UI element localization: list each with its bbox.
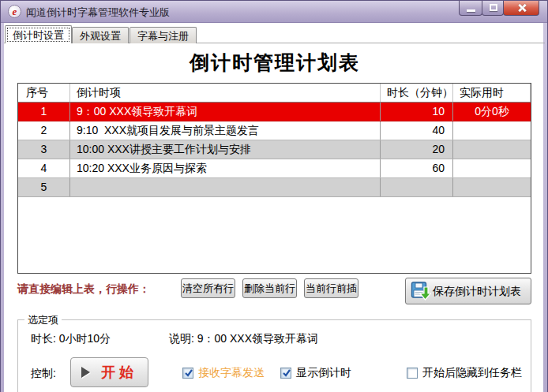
checkbox-unchecked-icon <box>407 368 418 379</box>
table-row[interactable]: 2 9:10 XXX就项目发展与前景主题发言 40 <box>18 121 531 140</box>
close-button[interactable] <box>503 1 539 16</box>
checkbox-label: 接收字幕发送 <box>198 366 265 380</box>
tab-label: 外观设置 <box>80 30 121 42</box>
save-button-label: 保存倒计时计划表 <box>433 278 521 304</box>
tab-label: 字幕与注册 <box>137 30 189 42</box>
checkbox-checked-icon <box>280 368 291 379</box>
minimize-button[interactable] <box>459 1 482 16</box>
cell-item[interactable]: 9：00 XXX领导致开幕词 <box>70 103 381 121</box>
close-icon <box>517 3 527 13</box>
table-row[interactable]: 3 10:00 XXX讲授主要工作计划与安排 20 <box>18 140 531 159</box>
cell-actual[interactable] <box>453 178 531 196</box>
maximize-icon <box>490 4 497 11</box>
window-title: 闻道倒计时字幕管理软件专业版 <box>26 6 170 20</box>
cell-actual[interactable]: 0分0秒 <box>453 103 531 121</box>
tab-strip: 倒计时设置 外观设置 字幕与注册 <box>4 25 545 43</box>
app-logo-icon: e <box>8 5 21 18</box>
selected-description-text: 说明: 9：00 XXX领导致开幕词 <box>169 332 318 346</box>
cell-actual[interactable] <box>453 140 531 159</box>
cell-item[interactable] <box>70 178 381 196</box>
cell-no[interactable]: 1 <box>18 103 70 121</box>
table-row[interactable]: 4 10:20 XXX业务原因与探索 60 <box>18 159 531 178</box>
groupbox-label: 选定项 <box>24 313 62 327</box>
insert-before-row-button[interactable]: 当前行前插 <box>304 278 358 298</box>
cell-no[interactable]: 5 <box>18 178 70 196</box>
checkbox-label: 开始后隐藏到任务栏 <box>422 366 522 380</box>
cell-duration[interactable]: 40 <box>381 121 453 140</box>
header-actual[interactable]: 实际用时 <box>453 84 531 102</box>
checkbox-checked-icon <box>182 368 193 379</box>
header-no[interactable]: 序号 <box>18 84 70 102</box>
table-row[interactable]: 5 <box>18 178 531 197</box>
tab-subtitle-register[interactable]: 字幕与注册 <box>129 27 197 43</box>
floppy-save-icon <box>411 281 431 301</box>
cell-item[interactable]: 9:10 XXX就项目发展与前景主题发言 <box>70 121 381 140</box>
checkbox-label: 显示倒计时 <box>296 366 351 380</box>
titlebar: e 闻道倒计时字幕管理软件专业版 <box>1 1 547 23</box>
app-window: e 闻道倒计时字幕管理软件专业版 倒计时设置 外观设置 字幕与注册 倒计时管理计… <box>0 0 548 392</box>
row-ops-label: 请直接编辑上表，行操作： <box>17 282 150 297</box>
checkbox-receive-subtitles[interactable]: 接收字幕发送 <box>182 366 265 380</box>
checkbox-hide-to-taskbar[interactable]: 开始后隐藏到任务栏 <box>407 366 522 380</box>
schedule-table: 序号 倒计时项 时长（分钟） 实际用时 1 9：00 XXX领导致开幕词 10 … <box>17 83 531 274</box>
cell-no[interactable]: 3 <box>18 140 70 159</box>
cell-no[interactable]: 4 <box>18 159 70 177</box>
maximize-button[interactable] <box>482 1 504 16</box>
cell-duration[interactable]: 20 <box>381 140 453 159</box>
tab-countdown-settings[interactable]: 倒计时设置 <box>5 25 72 43</box>
cell-duration[interactable] <box>381 178 453 196</box>
minimize-icon <box>467 9 475 12</box>
header-duration[interactable]: 时长（分钟） <box>381 84 453 102</box>
checkbox-show-countdown[interactable]: 显示倒计时 <box>280 366 351 380</box>
save-schedule-button[interactable]: 保存倒计时计划表 <box>405 278 531 304</box>
clear-all-rows-button[interactable]: 清空所有行 <box>181 278 235 298</box>
cell-item[interactable]: 10:20 XXX业务原因与探索 <box>70 159 381 177</box>
checkbox-row: 接收字幕发送 显示倒计时 开始后隐藏到任务栏 <box>1 366 548 382</box>
page-title: 倒计时管理计划表 <box>1 50 548 76</box>
delete-current-row-button[interactable]: 删除当前行 <box>242 278 297 298</box>
cell-duration[interactable]: 60 <box>381 159 453 177</box>
cell-no[interactable]: 2 <box>18 121 70 140</box>
selected-duration-text: 时长: 0小时10分 <box>31 332 111 346</box>
cell-item[interactable]: 10:00 XXX讲授主要工作计划与安排 <box>70 140 381 159</box>
header-item[interactable]: 倒计时项 <box>70 84 381 102</box>
cell-duration[interactable]: 10 <box>381 103 453 121</box>
cell-actual[interactable] <box>453 121 531 140</box>
tab-appearance-settings[interactable]: 外观设置 <box>72 27 129 43</box>
table-header-row: 序号 倒计时项 时长（分钟） 实际用时 <box>18 84 531 103</box>
tab-focus-rect <box>7 28 69 42</box>
cell-actual[interactable] <box>453 159 531 177</box>
table-row-selected[interactable]: 1 9：00 XXX领导致开幕词 10 0分0秒 <box>18 103 531 121</box>
